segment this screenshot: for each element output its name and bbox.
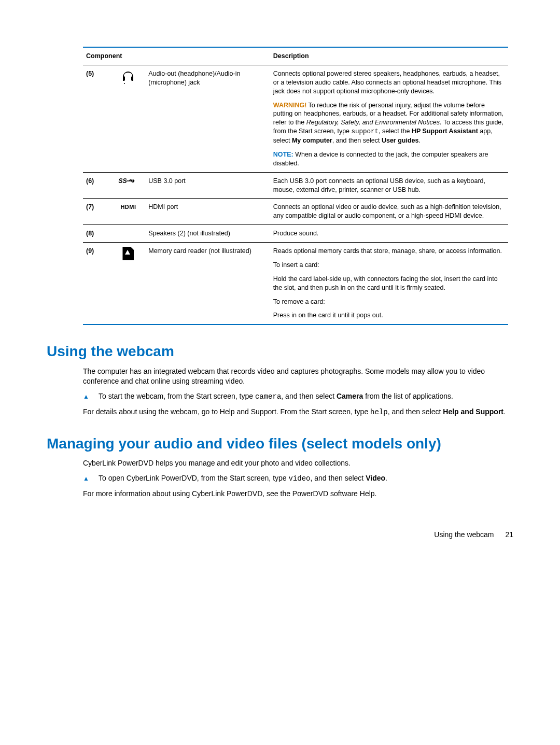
row-number: (6) [83, 172, 111, 199]
description-text: Connects optional powered stereo speaker… [273, 69, 505, 96]
bullet-item: ▲ To open CyberLink PowerDVD, from the S… [83, 473, 508, 484]
row-number: (9) [83, 243, 111, 325]
row-number: (5) [83, 65, 111, 172]
table-row: (8) Speakers (2) (not illustrated) Produ… [83, 225, 508, 243]
section-heading-webcam: Using the webcam [47, 342, 513, 361]
component-name: Audio-out (headphone)/Audio-in (micropho… [145, 65, 270, 172]
sdcard-icon [111, 243, 146, 325]
description-text: Reads optional memory cards that store, … [273, 247, 505, 256]
components-table: Component Description (5) Audio-out (hea… [83, 47, 508, 325]
triangle-bullet-icon: ▲ [83, 473, 99, 484]
table-row: (6) SS USB 3.0 port Each USB 3.0 port co… [83, 172, 508, 199]
description-text: Connects an optional video or audio devi… [270, 199, 508, 225]
footer-section-name: Using the webcam [434, 530, 494, 539]
row-number: (8) [83, 225, 111, 243]
component-name: Memory card reader (not illustrated) [145, 243, 270, 325]
remove-heading: To remove a card: [273, 298, 505, 306]
page-footer: Using the webcam 21 [47, 530, 513, 540]
section-heading-media: Managing your audio and video files (sel… [47, 434, 513, 454]
description-text: Produce sound. [270, 225, 508, 243]
component-name: Speakers (2) (not illustrated) [145, 225, 270, 243]
header-component: Component [83, 47, 270, 65]
webcam-help: For details about using the webcam, go t… [83, 407, 508, 417]
component-name: HDMI port [145, 199, 270, 225]
usb-ss-icon: SS [111, 172, 146, 199]
component-name: USB 3.0 port [145, 172, 270, 199]
header-description: Description [270, 47, 508, 65]
page-number: 21 [505, 530, 513, 539]
insert-heading: To insert a card: [273, 261, 505, 270]
description-text: Each USB 3.0 port connects an optional U… [270, 172, 508, 199]
remove-instructions: Press in on the card it until it pops ou… [273, 311, 505, 320]
cyberlink-more: For more information about using CyberLi… [83, 489, 508, 499]
note-label: NOTE: [273, 151, 293, 158]
warning-block: WARNING! To reduce the risk of personal … [273, 101, 505, 145]
bullet-item: ▲ To start the webcam, from the Start sc… [83, 391, 508, 402]
insert-instructions: Hold the card label-side up, with connec… [273, 275, 505, 292]
table-row: (7) HDMI HDMI port Connects an optional … [83, 199, 508, 225]
row-number: (7) [83, 199, 111, 225]
warning-label: WARNING! [273, 102, 307, 109]
table-row: (9) Memory card reader (not illustrated)… [83, 243, 508, 325]
triangle-bullet-icon: ▲ [83, 391, 99, 402]
note-block: NOTE: When a device is connected to the … [273, 150, 505, 168]
table-row: (5) Audio-out (headphone)/Audio-in (micr… [83, 65, 508, 172]
hdmi-icon: HDMI [111, 199, 146, 225]
webcam-intro: The computer has an integrated webcam th… [83, 367, 508, 386]
cyberlink-intro: CyberLink PowerDVD helps you manage and … [83, 458, 508, 468]
headphone-icon [111, 65, 146, 172]
